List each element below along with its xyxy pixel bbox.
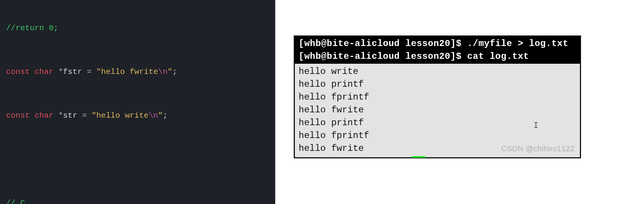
identifier: str bbox=[63, 111, 77, 120]
string-quote: " bbox=[158, 111, 163, 120]
code-line: const char *fstr = "hello fwrite\n"; bbox=[6, 66, 273, 77]
string: hello fwrite bbox=[101, 67, 158, 76]
terminal-prompt-line: [whb@bite-alicloud lesson20]$ cat log.tx… bbox=[299, 50, 577, 63]
code-line: // C bbox=[6, 198, 273, 204]
keyword: const bbox=[6, 67, 30, 76]
comment-text: //return 0; bbox=[6, 24, 58, 32]
comment-text: // C bbox=[6, 199, 25, 204]
output-line: hello fprintf bbox=[299, 91, 577, 104]
string-quote: " bbox=[97, 67, 101, 76]
semicolon: ; bbox=[163, 111, 168, 120]
identifier: fstr bbox=[63, 67, 82, 76]
code-line: const char *str = "hello write\n"; bbox=[6, 110, 273, 121]
keyword: const bbox=[6, 111, 30, 120]
output-line: hello printf bbox=[299, 78, 577, 91]
operator: * bbox=[58, 111, 63, 120]
escape: \n bbox=[149, 111, 158, 120]
root: //return 0; const char *fstr = "hello fw… bbox=[0, 0, 644, 204]
prompt: [whb@bite-alicloud lesson20]$ bbox=[299, 51, 467, 61]
operator: = bbox=[87, 67, 92, 76]
command-text: cat log.txt bbox=[467, 51, 529, 61]
command-text: ./myfile > log.txt bbox=[467, 38, 568, 49]
code-line: //return 0; bbox=[6, 23, 273, 34]
operator: * bbox=[58, 67, 63, 76]
output-line: hello write bbox=[299, 65, 577, 78]
terminal-header: [whb@bite-alicloud lesson20]$ ./myfile >… bbox=[295, 37, 580, 64]
type: char bbox=[35, 111, 54, 120]
semicolon: ; bbox=[172, 67, 177, 76]
accent-bar bbox=[412, 156, 425, 158]
output-line: hello fwrite bbox=[299, 104, 577, 117]
terminal-window[interactable]: [whb@bite-alicloud lesson20]$ ./myfile >… bbox=[294, 35, 581, 158]
string-quote: " bbox=[168, 67, 173, 76]
terminal-prompt-line: [whb@bite-alicloud lesson20]$ ./myfile >… bbox=[299, 37, 577, 50]
escape: \n bbox=[158, 67, 167, 76]
operator: = bbox=[82, 111, 87, 120]
prompt: [whb@bite-alicloud lesson20]$ bbox=[299, 38, 467, 49]
string-quote: " bbox=[92, 111, 97, 120]
code-editor[interactable]: //return 0; const char *fstr = "hello fw… bbox=[0, 0, 275, 204]
type: char bbox=[35, 67, 54, 76]
text-cursor-icon: I bbox=[534, 120, 538, 132]
terminal-body[interactable]: hello write hello printf hello fprintf h… bbox=[295, 64, 580, 157]
code-line bbox=[6, 154, 273, 165]
watermark: CSDN @chihiro1122 bbox=[501, 142, 575, 155]
string: hello write bbox=[97, 111, 149, 120]
